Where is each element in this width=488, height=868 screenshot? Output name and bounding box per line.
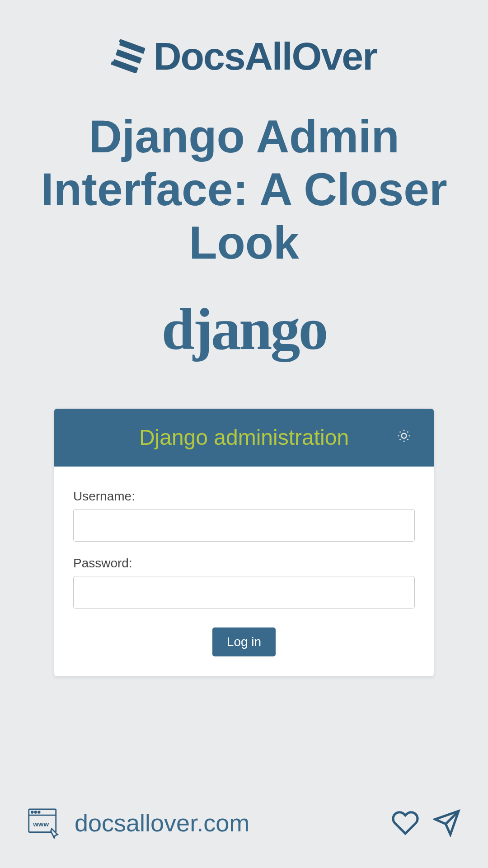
svg-line-11 (400, 439, 401, 440)
website-icon: www (27, 807, 61, 839)
svg-text:www: www (33, 820, 49, 828)
heart-icon[interactable] (391, 809, 419, 837)
admin-panel-body: Username: Password: Log in (54, 467, 434, 676)
theme-toggle-icon[interactable] (397, 429, 411, 446)
admin-login-panel: Django administration Username: Password… (54, 409, 434, 676)
svg-point-15 (31, 811, 33, 813)
svg-line-8 (408, 439, 408, 440)
password-group: Password: (73, 556, 415, 609)
username-group: Username: (73, 489, 415, 542)
svg-point-16 (35, 811, 37, 813)
username-input[interactable] (73, 509, 415, 542)
password-label: Password: (73, 556, 415, 571)
svg-point-4 (402, 434, 407, 439)
brand-logo-icon (111, 39, 145, 73)
footer-right (391, 809, 461, 837)
page-title: Django Admin Interface: A Closer Look (0, 110, 488, 269)
password-input[interactable] (73, 576, 415, 609)
brand-text: DocsAllOver (153, 34, 376, 79)
footer-left: www docsallover.com (27, 807, 249, 839)
django-logo: django (0, 294, 488, 363)
svg-point-17 (38, 811, 40, 813)
admin-panel-header: Django administration (54, 409, 434, 467)
svg-line-12 (408, 432, 408, 433)
django-logo-text: django (162, 294, 327, 363)
send-icon[interactable] (433, 809, 461, 837)
footer-url: docsallover.com (75, 809, 249, 837)
username-label: Username: (73, 489, 415, 504)
login-button-wrapper: Log in (73, 627, 415, 656)
login-button[interactable]: Log in (212, 627, 276, 656)
page-footer: www docsallover.com (0, 807, 488, 839)
page-header: DocsAllOver (0, 0, 488, 79)
admin-header-title: Django administration (139, 425, 349, 450)
svg-line-7 (400, 432, 401, 433)
